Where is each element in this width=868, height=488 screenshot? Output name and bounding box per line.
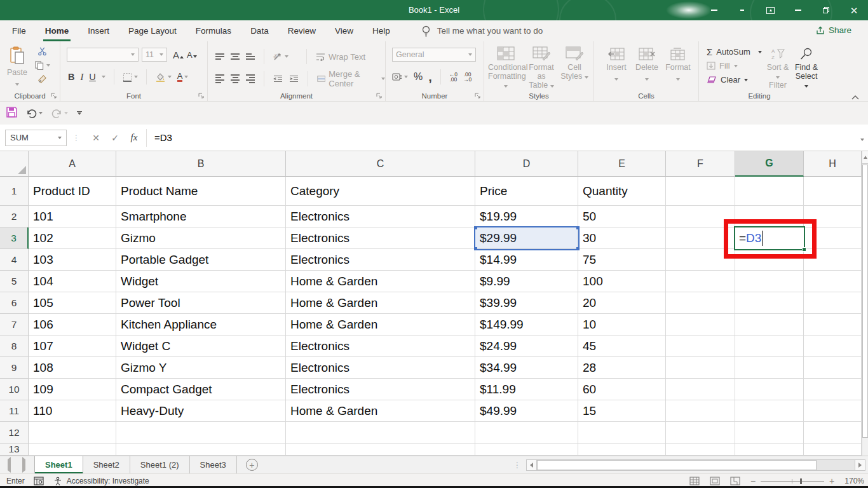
cell-C11[interactable]: Home & Garden <box>286 400 475 422</box>
orientation-button[interactable]: ab <box>273 52 288 61</box>
cell-G12[interactable] <box>735 422 804 444</box>
format-as-table-button[interactable]: Format asTable <box>525 46 558 90</box>
cell-F6[interactable] <box>666 292 735 314</box>
cell-G6[interactable] <box>735 292 804 314</box>
cell-C4[interactable]: Electronics <box>286 249 475 271</box>
cell-F4[interactable] <box>666 249 735 271</box>
cell-E13[interactable] <box>578 444 666 456</box>
cell-B3[interactable]: Gizmo <box>116 227 286 249</box>
cell-F3[interactable] <box>666 227 735 249</box>
bold-button[interactable]: B <box>68 72 74 82</box>
cell-E8[interactable]: 45 <box>578 336 666 357</box>
cell-D3[interactable]: $29.99 <box>475 227 578 249</box>
number-format-combo[interactable]: General <box>392 48 476 62</box>
cell-F11[interactable] <box>666 400 735 422</box>
vertical-scroll-thumb[interactable] <box>862 165 868 438</box>
cell-H12[interactable] <box>804 422 862 444</box>
alignment-dialog-launcher[interactable] <box>376 93 383 99</box>
macro-record-icon[interactable] <box>34 477 44 485</box>
font-color-button[interactable]: A <box>177 72 189 82</box>
align-top-button[interactable] <box>215 53 224 60</box>
cell-styles-button[interactable]: CellStyles <box>559 46 590 81</box>
font-size-combo[interactable]: 11 <box>142 48 167 62</box>
cell-G13[interactable] <box>735 444 804 456</box>
cell-B7[interactable]: Kitchen Appliance <box>116 314 286 336</box>
cell-G9[interactable] <box>735 357 804 379</box>
accessibility-checker[interactable]: Accessibility: Investigate <box>53 477 149 485</box>
cell-A12[interactable] <box>29 422 116 444</box>
scroll-right-button[interactable] <box>855 459 865 471</box>
column-header-E[interactable]: E <box>578 151 666 177</box>
cell-E10[interactable]: 60 <box>578 379 666 400</box>
cell-E4[interactable]: 75 <box>578 249 666 271</box>
cell-H13[interactable] <box>804 444 862 456</box>
scroll-up-button[interactable] <box>862 151 868 164</box>
underline-button[interactable]: U <box>89 72 95 82</box>
sheet-tab-sheet1[interactable]: Sheet1 <box>34 456 83 473</box>
sheet-nav-prev-button[interactable] <box>8 459 11 471</box>
sort-filter-button[interactable]: A Z Sort & Filter <box>764 48 792 90</box>
row-header-6[interactable]: 6 <box>0 292 29 314</box>
borders-button[interactable] <box>123 72 138 82</box>
cell-H11[interactable] <box>804 400 862 422</box>
horizontal-scroll-thumb[interactable] <box>537 460 817 470</box>
align-middle-button[interactable] <box>231 53 240 60</box>
cell-B2[interactable]: Smartphone <box>116 206 286 227</box>
sheet-tab-sheet2[interactable]: Sheet2 <box>83 456 130 473</box>
page-layout-view-button[interactable] <box>710 477 720 485</box>
number-dialog-launcher[interactable] <box>475 93 481 99</box>
cell-G7[interactable] <box>735 314 804 336</box>
cell-H2[interactable] <box>804 206 862 227</box>
increase-font-button[interactable]: A <box>173 50 184 60</box>
cell-A2[interactable]: 101 <box>29 206 116 227</box>
expand-formula-bar-button[interactable] <box>860 132 864 144</box>
redo-button[interactable] <box>51 109 68 118</box>
cell-B12[interactable] <box>116 422 286 444</box>
cancel-button[interactable]: ✕ <box>86 130 105 146</box>
wrap-text-button[interactable]: Wrap Text <box>316 52 365 62</box>
share-button[interactable]: Share <box>811 23 857 37</box>
cell-A4[interactable]: 103 <box>29 249 116 271</box>
align-bottom-button[interactable] <box>246 53 255 60</box>
row-header-11[interactable]: 11 <box>0 400 29 422</box>
column-header-F[interactable]: F <box>666 151 735 177</box>
column-header-A[interactable]: A <box>29 151 116 177</box>
cell-H8[interactable] <box>804 336 862 357</box>
insert-cells-button[interactable]: Insert <box>603 48 630 83</box>
italic-button[interactable]: I <box>80 72 83 83</box>
menu-tab-insert[interactable]: Insert <box>78 20 119 41</box>
customize-qat-button[interactable] <box>77 111 82 116</box>
page-break-preview-button[interactable] <box>730 477 740 485</box>
restore-button[interactable] <box>812 0 840 20</box>
cell-B1[interactable]: Product Name <box>116 177 286 206</box>
cell-E7[interactable]: 10 <box>578 314 666 336</box>
increase-indent-button[interactable] <box>289 75 299 83</box>
cell-C3[interactable]: Electronics <box>286 227 475 249</box>
cell-H3[interactable] <box>804 227 862 249</box>
find-select-button[interactable]: Find &Select <box>793 48 820 90</box>
cell-F7[interactable] <box>666 314 735 336</box>
cell-A10[interactable]: 109 <box>29 379 116 400</box>
cell-B13[interactable] <box>116 444 286 456</box>
cell-F1[interactable] <box>666 177 735 206</box>
column-header-D[interactable]: D <box>475 151 578 177</box>
formula-input[interactable]: =D3 <box>154 132 172 143</box>
formula-bar-resize-dots[interactable]: ⋮ <box>72 133 81 142</box>
align-center-button[interactable] <box>231 74 240 83</box>
cell-C9[interactable]: Electronics <box>286 357 475 379</box>
cell-D6[interactable]: $39.99 <box>475 292 578 314</box>
cell-D7[interactable]: $149.99 <box>475 314 578 336</box>
row-header-7[interactable]: 7 <box>0 314 29 336</box>
cell-F10[interactable] <box>666 379 735 400</box>
conditional-formatting-button[interactable]: ConditionalFormatting <box>488 46 524 90</box>
cell-H10[interactable] <box>804 379 862 400</box>
cell-D2[interactable]: $19.99 <box>475 206 578 227</box>
cell-F9[interactable] <box>666 357 735 379</box>
sheet-nav-next-button[interactable] <box>22 459 25 471</box>
cell-F2[interactable] <box>666 206 735 227</box>
row-header-8[interactable]: 8 <box>0 336 29 357</box>
collapse-ribbon-button[interactable] <box>851 91 859 102</box>
cell-A1[interactable]: Product ID <box>29 177 116 206</box>
insert-function-button[interactable]: fx <box>125 130 144 146</box>
menu-tab-home[interactable]: Home <box>36 20 79 41</box>
